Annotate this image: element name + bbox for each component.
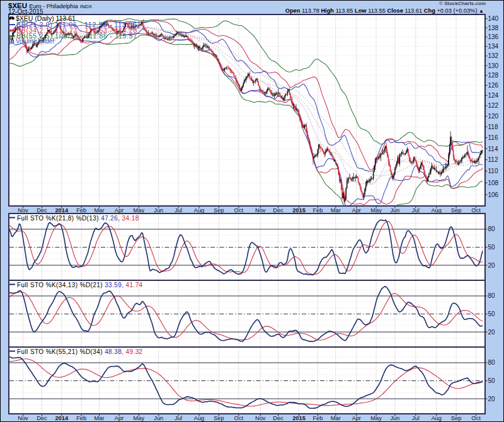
svg-text:Jul: Jul xyxy=(412,415,420,421)
svg-text:126: 126 xyxy=(488,82,499,89)
svg-text:136: 136 xyxy=(488,33,499,40)
svg-text:114: 114 xyxy=(488,145,498,152)
svg-text:Oct: Oct xyxy=(234,415,244,421)
svg-text:Feb: Feb xyxy=(76,207,86,214)
svg-text:Mar: Mar xyxy=(331,415,341,421)
svg-text:112: 112 xyxy=(488,156,498,163)
svg-text:116: 116 xyxy=(488,134,498,141)
svg-text:May: May xyxy=(134,415,145,421)
svg-text:Open 113.78 High 113.85 Low 11: Open 113.78 High 113.85 Low 113.55 Close… xyxy=(285,8,484,14)
svg-text:120: 120 xyxy=(488,113,499,120)
svg-text:80: 80 xyxy=(488,359,496,366)
svg-text:Jul: Jul xyxy=(412,207,420,214)
svg-text:May: May xyxy=(370,207,382,214)
svg-text:Sep: Sep xyxy=(214,415,224,421)
svg-text:2014: 2014 xyxy=(55,207,69,214)
svg-text:Apr: Apr xyxy=(352,207,360,214)
svg-text:Aug: Aug xyxy=(194,415,205,421)
svg-text:128: 128 xyxy=(488,72,499,79)
svg-text:50: 50 xyxy=(488,244,496,251)
svg-text:Feb: Feb xyxy=(312,207,323,214)
svg-text:106: 106 xyxy=(488,191,499,198)
svg-text:Dec: Dec xyxy=(273,415,284,421)
svg-text:Aug: Aug xyxy=(194,207,205,214)
svg-text:Dec: Dec xyxy=(37,207,47,214)
svg-text:Jul: Jul xyxy=(175,207,182,214)
svg-text:124: 124 xyxy=(488,92,499,99)
svg-text:Jun: Jun xyxy=(390,207,399,214)
svg-text:Full STO %K(34,13) %D(21) 33.5: Full STO %K(34,13) %D(21) 33.59, 41.74 xyxy=(17,282,143,288)
svg-text:Dec: Dec xyxy=(273,207,284,214)
svg-text:Jun: Jun xyxy=(154,207,163,214)
svg-text:Oct: Oct xyxy=(471,415,481,421)
svg-text:20: 20 xyxy=(488,262,496,269)
svg-text:110: 110 xyxy=(488,168,498,174)
svg-text:132: 132 xyxy=(488,52,499,59)
svg-text:Feb: Feb xyxy=(312,415,323,421)
svg-text:Nov: Nov xyxy=(18,415,28,421)
svg-text:2015: 2015 xyxy=(292,207,306,214)
svg-text:138: 138 xyxy=(488,25,499,31)
svg-text:2015: 2015 xyxy=(292,415,306,421)
svg-text:2014: 2014 xyxy=(55,415,69,421)
svg-text:108: 108 xyxy=(488,180,499,186)
svg-text:May: May xyxy=(370,415,382,421)
svg-text:Jun: Jun xyxy=(154,415,163,421)
svg-text:Aug: Aug xyxy=(431,415,442,421)
svg-text:Oct: Oct xyxy=(471,207,481,214)
svg-text:Mar: Mar xyxy=(331,207,341,214)
svg-text:Nov: Nov xyxy=(255,207,266,214)
svg-text:Nov: Nov xyxy=(18,207,28,214)
svg-text:Sep: Sep xyxy=(451,415,462,421)
svg-text:20: 20 xyxy=(488,396,496,402)
svg-text:Sep: Sep xyxy=(214,207,224,214)
svg-text:Feb: Feb xyxy=(76,415,86,421)
svg-text:50: 50 xyxy=(488,311,496,317)
svg-text:118: 118 xyxy=(488,123,498,130)
svg-text:May: May xyxy=(134,207,145,214)
svg-text:Apr: Apr xyxy=(115,415,123,421)
svg-text:Apr: Apr xyxy=(115,207,123,214)
svg-text:140: 140 xyxy=(488,15,499,22)
svg-text:Dec: Dec xyxy=(37,415,47,421)
svg-text:Full STO %K(21,8) %D(13) 47.26: Full STO %K(21,8) %D(13) 47.26, 34.18 xyxy=(17,215,139,222)
svg-text:20: 20 xyxy=(488,329,496,336)
svg-text:134: 134 xyxy=(488,43,499,50)
svg-text:Nov: Nov xyxy=(255,415,266,421)
svg-text:Volume undef: Volume undef xyxy=(16,38,54,45)
svg-text:Jun: Jun xyxy=(390,415,399,421)
svg-text:Mar: Mar xyxy=(94,415,105,421)
svg-text:130: 130 xyxy=(488,62,499,69)
svg-text:80: 80 xyxy=(488,292,496,299)
svg-text:Jul: Jul xyxy=(175,415,182,421)
svg-text:© StockCharts.com: © StockCharts.com xyxy=(439,1,486,6)
svg-text:50: 50 xyxy=(488,377,496,384)
svg-text:Aug: Aug xyxy=(431,207,442,214)
svg-text:80: 80 xyxy=(488,225,496,232)
svg-text:Full STO %K(55,21) %D(34) 48.3: Full STO %K(55,21) %D(34) 48.38, 49.32 xyxy=(17,348,143,355)
svg-text:Sep: Sep xyxy=(451,207,462,214)
svg-text:Apr: Apr xyxy=(352,415,360,421)
svg-text:Oct: Oct xyxy=(234,207,244,214)
svg-text:Mar: Mar xyxy=(94,207,105,214)
svg-text:122: 122 xyxy=(488,102,499,109)
